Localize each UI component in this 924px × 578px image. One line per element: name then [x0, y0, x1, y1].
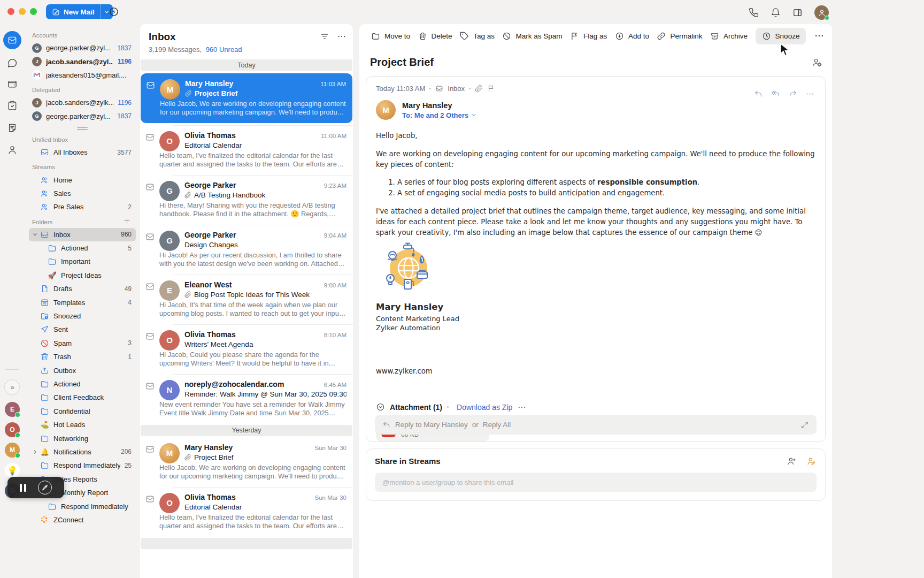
quick-reply-bar[interactable]: Reply to Mary Hansley or Reply All [375, 415, 817, 435]
forward-icon[interactable] [788, 89, 797, 98]
filter-icon[interactable] [320, 32, 329, 41]
tag-as-button[interactable]: Tag as [460, 32, 495, 41]
download-as-zip-link[interactable]: Download as Zip [457, 403, 512, 412]
unread-envelope-icon[interactable] [145, 382, 155, 391]
phone-icon[interactable] [749, 7, 759, 18]
list-more-icon[interactable] [337, 32, 346, 41]
flag-as-button[interactable]: Flag as [570, 32, 607, 41]
unread-envelope-icon[interactable] [145, 445, 155, 454]
sidebar-item-all-inboxes[interactable]: All Inboxes 3577 [29, 146, 136, 159]
close-window-button[interactable] [7, 8, 14, 15]
window-controls[interactable] [7, 8, 37, 15]
contact-avatar[interactable]: O [5, 422, 20, 437]
archive-button[interactable]: Archive [710, 32, 748, 41]
list-item[interactable]: O Olivia Thomas11:00 AM Editorial Calend… [140, 125, 353, 175]
unread-envelope-icon[interactable] [146, 81, 155, 90]
flag-icon[interactable] [487, 85, 495, 93]
sidebar-folder-trash[interactable]: Trash 1 [29, 350, 136, 363]
reply-all-label[interactable]: Reply All [483, 421, 511, 429]
panel-toggle-icon[interactable] [792, 7, 803, 18]
wallet-module-icon[interactable] [7, 79, 18, 89]
sidebar-folder-snoozed[interactable]: Snoozed [29, 309, 136, 323]
add-to-button[interactable]: Add to [615, 32, 649, 41]
chat-module-icon[interactable] [7, 58, 18, 69]
sidebar-stream-sales[interactable]: Sales [29, 187, 136, 200]
contact-avatar[interactable]: M [5, 443, 20, 458]
recording-controls[interactable] [7, 477, 64, 498]
list-item[interactable]: M Mary HansleySun Mar 30 Project Brief H… [140, 437, 353, 487]
attachment-more-icon[interactable] [517, 402, 527, 412]
sidebar-stream-home[interactable]: Home [29, 173, 136, 186]
reply-to-label[interactable]: Reply to Mary Hansley [395, 421, 468, 429]
list-item[interactable]: E Eleanor West9:00 AM Blog Post Topic Id… [140, 275, 353, 324]
sidebar-account-jacob[interactable]: J jacob.sanders@zyl... 1196 [29, 55, 136, 68]
signature-website[interactable]: www.zylker.com [376, 366, 815, 377]
zoom-window-button[interactable] [30, 8, 37, 15]
contacts-module-icon[interactable] [7, 144, 18, 155]
snooze-button[interactable]: Snooze [756, 28, 806, 44]
tasks-module-icon[interactable] [7, 100, 18, 111]
sender-avatar[interactable]: M [376, 100, 396, 120]
contact-avatar[interactable]: 💡 [5, 463, 20, 478]
sidebar-account-gmail[interactable]: jakesanders015@gmail.... [29, 69, 136, 82]
add-folder-button[interactable] [124, 217, 130, 224]
sidebar-folder-spam[interactable]: Spam 3 [29, 337, 136, 350]
sidebar-stream-pre-sales[interactable]: Pre Sales 2 [29, 200, 136, 214]
sidebar-folder-important[interactable]: Important [29, 255, 136, 268]
list-item[interactable]: G George Parker9:04 AM Design Changes Hi… [140, 225, 353, 275]
minimize-window-button[interactable] [19, 8, 26, 15]
contact-avatar[interactable]: E [5, 402, 20, 417]
contact-details-icon[interactable] [811, 57, 822, 68]
attachment-collapse-icon[interactable] [376, 402, 385, 412]
sidebar-resize-handle[interactable] [29, 125, 136, 132]
toolbar-more-icon[interactable] [814, 31, 825, 41]
sidebar-account-george[interactable]: G george.parker@zyl... 1837 [29, 41, 136, 55]
list-item[interactable]: O Olivia ThomasSun Mar 30 Editorial Cale… [140, 487, 353, 537]
sidebar-folder-confidential[interactable]: Confidential [29, 405, 136, 418]
mail-module-icon[interactable] [3, 31, 21, 49]
reply-all-icon[interactable] [771, 89, 780, 98]
sidebar-folder-actioned-2[interactable]: Actioned [29, 377, 136, 391]
chevron-right-icon[interactable] [32, 449, 40, 455]
list-item[interactable]: N noreply@zohocalendar.com6:45 AM Remind… [140, 374, 353, 424]
unread-envelope-icon[interactable] [145, 332, 155, 341]
permalink-button[interactable]: Permalink [657, 32, 702, 41]
list-item[interactable]: G George Parker9:23 AM A/B Testing Handb… [140, 175, 353, 225]
sidebar-folder-project-ideas[interactable]: 🚀 Project Ideas [29, 269, 136, 282]
unread-envelope-icon[interactable] [145, 182, 155, 192]
sidebar-folder-sent[interactable]: Sent [29, 323, 136, 336]
new-mail-button[interactable]: New Mail [46, 4, 113, 19]
expand-compose-icon[interactable] [800, 421, 809, 429]
mark-as-spam-button[interactable]: Mark as Spam [502, 32, 562, 41]
unread-envelope-icon[interactable] [145, 232, 155, 241]
sidebar-folder-zconnect[interactable]: ZConnect [29, 513, 136, 527]
sidebar-folder-respond-immediately-2[interactable]: Respond Immediately [29, 499, 136, 513]
share-assign-icon[interactable] [806, 456, 817, 466]
reply-icon[interactable] [754, 89, 763, 98]
expand-contacts-button[interactable]: » [4, 379, 20, 395]
chevron-down-icon[interactable] [32, 232, 40, 238]
delete-button[interactable]: Delete [418, 32, 452, 41]
unread-envelope-icon[interactable] [145, 282, 155, 291]
annotate-off-button[interactable] [38, 481, 52, 495]
sidebar-folder-inbox[interactable]: Inbox 960 [29, 228, 136, 241]
unread-envelope-icon[interactable] [145, 133, 155, 142]
sidebar-folder-drafts[interactable]: Drafts 49 [29, 282, 136, 295]
share-mention-input[interactable] [375, 473, 817, 492]
sidebar-folder-client-feedback[interactable]: Client Feedback [29, 391, 136, 404]
recipients-toggle[interactable]: To: Me and 2 Others [402, 111, 476, 119]
sidebar-delegated-jacob[interactable]: J jacob.sanders@zylk... 1196 [29, 96, 136, 109]
email-more-icon[interactable] [805, 89, 814, 98]
list-item[interactable]: O Olivia Thomas8:10 AM Writers' Meet Age… [140, 324, 353, 374]
pause-recording-button[interactable] [20, 484, 26, 492]
share-people-icon[interactable] [787, 456, 797, 466]
sidebar-folder-networking[interactable]: Networking [29, 431, 136, 445]
sidebar-folder-notifications[interactable]: 🔔 Notifications 206 [29, 445, 136, 459]
sidebar-folder-actioned[interactable]: Actioned 5 [29, 241, 136, 255]
sidebar-folder-respond-immediately[interactable]: Respond Immediately 25 [29, 459, 136, 472]
sidebar-folder-outbox[interactable]: Outbox [29, 363, 136, 377]
sidebar-folder-hot-leads[interactable]: ⛳ Hot Leads [29, 418, 136, 431]
quick-actions-icon[interactable] [109, 6, 119, 17]
unread-filter-link[interactable]: 960 Unread [206, 45, 242, 54]
sidebar-folder-templates[interactable]: Templates 4 [29, 295, 136, 309]
